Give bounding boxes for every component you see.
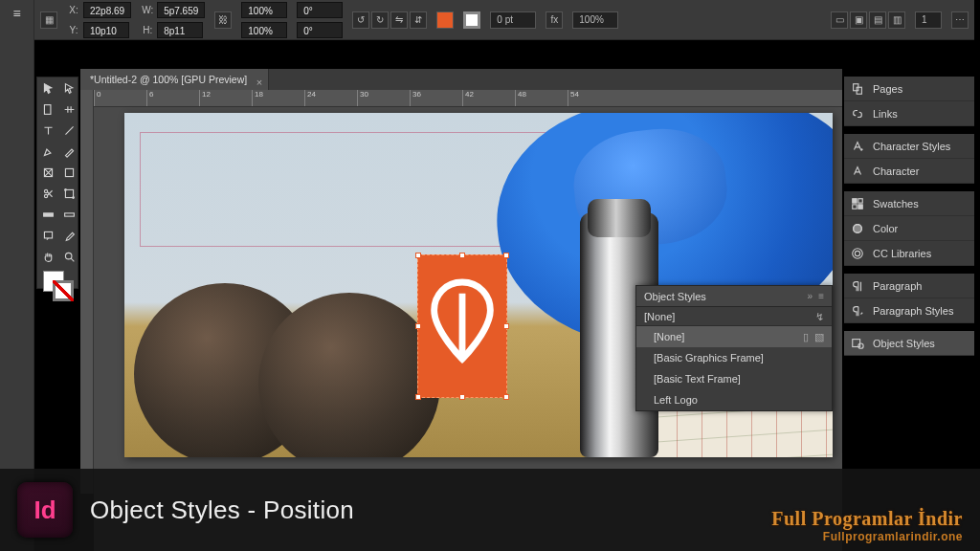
note-tool[interactable] <box>37 225 58 246</box>
page-tool[interactable] <box>37 99 58 120</box>
effects-icon[interactable]: fx <box>546 11 563 29</box>
stroke-swatch-icon[interactable] <box>463 11 480 29</box>
selected-object[interactable] <box>417 254 507 398</box>
w-input[interactable]: 5p7.659 <box>157 2 205 18</box>
rotate-ccw-icon[interactable]: ↺ <box>352 11 369 29</box>
y-input[interactable]: 10p10 <box>83 22 129 38</box>
svg-point-7 <box>72 196 74 198</box>
x-input[interactable]: 22p8.69 <box>83 2 131 18</box>
text-wrap-none-icon[interactable]: ▭ <box>831 11 848 29</box>
panel-tab[interactable]: Object Styles »≡ <box>636 286 832 307</box>
text-wrap-around-icon[interactable]: ▣ <box>850 11 867 29</box>
reference-point-icon[interactable]: ▦ <box>40 11 57 29</box>
watermark-url: Fullprogramlarindir.one <box>771 530 963 543</box>
scissors-tool[interactable] <box>37 183 58 204</box>
eyedropper-tool[interactable] <box>58 225 79 246</box>
dock-pages[interactable]: Pages <box>844 77 974 101</box>
x-label: X: <box>67 5 80 15</box>
object-style-item[interactable]: [Basic Text Frame] <box>636 368 832 389</box>
clear-override-icon[interactable]: ↯ <box>815 307 824 326</box>
stroke-color-icon[interactable] <box>53 280 74 301</box>
rotate-cw-icon[interactable]: ↻ <box>371 11 389 29</box>
ruler-horizontal[interactable]: 061218243036424854 <box>94 90 842 107</box>
control-bar: ▦ X:22p8.69 Y:10p10 W:5p7.659 H:8p11 ⛓ 1… <box>34 0 974 40</box>
dock-swatches[interactable]: Swatches <box>844 191 974 216</box>
banner-title: Object Styles - Position <box>90 496 354 525</box>
opacity-input[interactable]: 100% <box>572 11 618 29</box>
scale-x-input[interactable]: 100% <box>241 2 287 18</box>
flip-v-icon[interactable]: ⇵ <box>410 11 427 29</box>
text-wrap-jump-icon[interactable]: ▤ <box>869 11 886 29</box>
ruler-tick: 18 <box>252 90 304 106</box>
text-wrap-column-icon[interactable]: ▥ <box>888 11 905 29</box>
rotate-input[interactable]: 0° <box>297 2 343 18</box>
scale-y-input[interactable]: 100% <box>241 22 287 38</box>
svg-rect-8 <box>43 212 53 215</box>
rectangle-tool[interactable] <box>58 162 79 183</box>
dock-links[interactable]: Links <box>844 101 974 126</box>
line-tool[interactable] <box>58 120 79 141</box>
character-icon <box>850 164 865 179</box>
y-label: Y: <box>67 25 80 35</box>
svg-rect-16 <box>853 204 857 208</box>
gradient-swatch-tool[interactable] <box>37 204 58 225</box>
svg-point-4 <box>44 194 47 197</box>
h-input[interactable]: 8p11 <box>157 22 203 38</box>
dock-character[interactable]: Character <box>844 159 974 184</box>
page-number[interactable]: 1 <box>915 11 942 29</box>
document-tab-bar: *Untitled-2 @ 100% [GPU Preview] × <box>80 69 842 90</box>
dock-para-styles[interactable]: Paragraph Styles <box>844 298 974 323</box>
fill-stroke-swatches[interactable] <box>37 267 79 305</box>
svg-point-11 <box>65 253 72 259</box>
menu-icon[interactable]: ≡ <box>12 6 20 21</box>
panel-menu-icon[interactable]: ⋯ <box>951 11 969 29</box>
panel-menu-icon[interactable]: ≡ <box>818 286 824 307</box>
svg-rect-0 <box>44 104 51 114</box>
dock-cc[interactable]: CC Libraries <box>844 241 974 266</box>
indesign-app-icon: Id <box>17 482 73 538</box>
dock-label: Pages <box>873 83 902 95</box>
panel-current-style[interactable]: [None] ↯ <box>636 307 832 326</box>
zoom-tool[interactable] <box>58 246 79 267</box>
tool-palette <box>36 77 78 289</box>
free-transform-tool[interactable] <box>58 183 79 204</box>
panel-collapse-icon[interactable]: » <box>808 286 813 307</box>
graphic-frame-icon[interactable]: ▧ <box>814 326 824 347</box>
rectangle-frame-tool[interactable] <box>37 162 58 183</box>
dock-obj-styles[interactable]: Object Styles <box>844 331 974 356</box>
h-label: H: <box>141 25 154 35</box>
svg-point-6 <box>64 188 66 190</box>
constrain-icon[interactable]: ⛓ <box>214 11 232 29</box>
direct-selection-tool[interactable] <box>58 77 79 99</box>
dock-paragraph[interactable]: Paragraph <box>844 274 974 298</box>
object-style-item[interactable]: Left Logo <box>636 389 832 410</box>
dock-label: Paragraph Styles <box>873 305 953 317</box>
gradient-feather-tool[interactable] <box>58 204 79 225</box>
dock-label: Paragraph <box>873 280 922 292</box>
flip-h-icon[interactable]: ⇋ <box>390 11 408 29</box>
fill-swatch-icon[interactable] <box>436 11 454 29</box>
selection-tool[interactable] <box>37 77 58 99</box>
gap-tool[interactable] <box>58 99 79 120</box>
type-tool[interactable] <box>37 120 58 141</box>
ruler-vertical[interactable] <box>80 90 94 494</box>
hand-tool[interactable] <box>37 246 58 267</box>
watermark-title: Full Programlar İndir <box>771 508 963 530</box>
svg-point-20 <box>853 248 863 258</box>
dock-char-styles[interactable]: Character Styles <box>844 134 974 159</box>
svg-point-21 <box>855 251 859 255</box>
text-frame-icon[interactable]: ▯ <box>803 326 809 347</box>
object-style-item[interactable]: [Basic Graphics Frame] <box>636 347 832 368</box>
object-styles-panel[interactable]: Object Styles »≡ [None] ↯ [None]▯▧[Basic… <box>635 285 833 411</box>
pencil-tool[interactable] <box>58 141 79 162</box>
char-styles-icon <box>850 139 865 154</box>
shear-input[interactable]: 0° <box>297 22 343 38</box>
document-tab[interactable]: *Untitled-2 @ 100% [GPU Preview] × <box>80 69 269 90</box>
stroke-weight-input[interactable]: 0 pt <box>490 11 536 29</box>
pages-icon <box>850 81 865 97</box>
dock-label: Object Styles <box>873 338 935 349</box>
ruler-tick: 0 <box>94 90 146 106</box>
pen-tool[interactable] <box>37 141 58 162</box>
object-style-item[interactable]: [None]▯▧ <box>636 326 832 347</box>
dock-color[interactable]: Color <box>844 216 974 241</box>
